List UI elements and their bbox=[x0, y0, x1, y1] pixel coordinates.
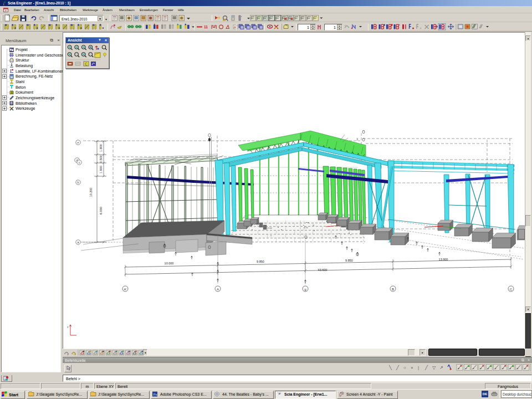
svg-text:1: 1 bbox=[356, 137, 359, 141]
svg-text:○: ○ bbox=[403, 365, 406, 370]
svg-text:A: A bbox=[217, 288, 219, 291]
svg-text:10.200: 10.200 bbox=[89, 188, 93, 197]
svg-text:C: C bbox=[510, 288, 513, 291]
svg-text:e: e bbox=[78, 141, 79, 144]
svg-text:×: × bbox=[411, 365, 413, 370]
svg-text:↗: ↗ bbox=[439, 365, 443, 370]
svg-text:4.50: 4.50 bbox=[304, 226, 309, 229]
svg-text:1.800: 1.800 bbox=[99, 144, 103, 152]
svg-text:A': A' bbox=[124, 288, 126, 291]
svg-text:z: z bbox=[67, 325, 69, 329]
svg-text:a: a bbox=[78, 241, 79, 244]
svg-text:13.900: 13.900 bbox=[439, 258, 448, 261]
svg-text:b: b bbox=[78, 181, 79, 184]
svg-text:9.850: 9.850 bbox=[257, 260, 264, 263]
svg-text:6.000: 6.000 bbox=[99, 207, 103, 214]
svg-text:0.500: 0.500 bbox=[99, 155, 103, 163]
svg-text:B: B bbox=[392, 288, 394, 291]
svg-text:g: g bbox=[304, 288, 306, 291]
svg-text:43.600: 43.600 bbox=[318, 268, 328, 272]
svg-text:Ps: Ps bbox=[154, 393, 157, 396]
svg-text:╱: ╱ bbox=[424, 365, 428, 370]
svg-text:9.850: 9.850 bbox=[345, 259, 353, 262]
svg-text:|: | bbox=[418, 365, 419, 370]
svg-text:C: C bbox=[85, 62, 88, 66]
svg-text:2.00: 2.00 bbox=[268, 227, 273, 229]
svg-text:▽: ▽ bbox=[432, 365, 436, 370]
svg-text:’: ’ bbox=[241, 16, 242, 19]
svg-text:╲: ╲ bbox=[388, 365, 392, 370]
svg-text:11: 11 bbox=[204, 25, 208, 29]
svg-text:1.900: 1.900 bbox=[99, 166, 103, 173]
svg-text:10.000: 10.000 bbox=[165, 262, 174, 265]
svg-text:╱: ╱ bbox=[396, 365, 400, 370]
